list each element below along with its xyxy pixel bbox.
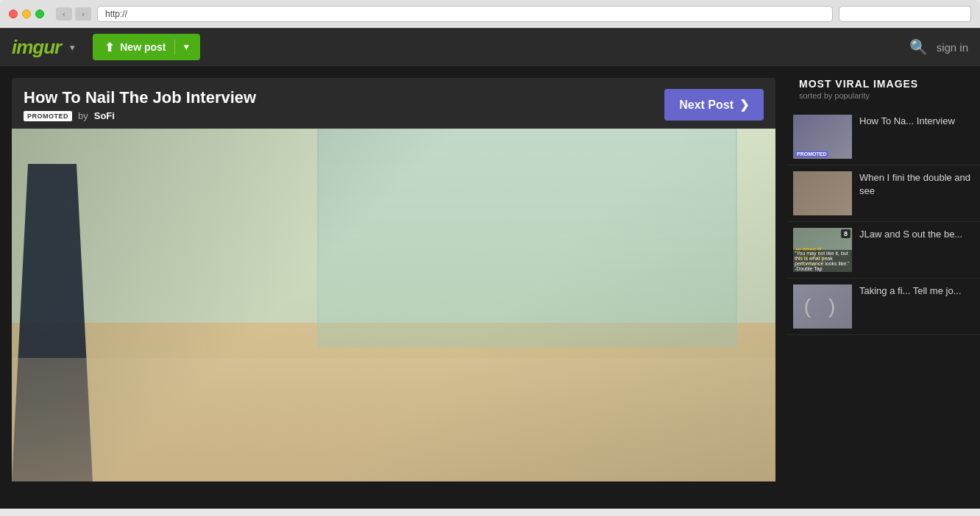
sidebar-subtitle: sorted by popularity [787,91,980,109]
post-area: How To Nail The Job Interview PROMOTED b… [0,66,787,509]
traffic-lights [9,10,44,18]
thumb-image-4: ( ) [793,284,852,329]
sidebar-item-text-1: How To Na... Interview [859,115,974,128]
logo-dropdown-icon[interactable]: ▾ [70,42,75,53]
search-icon[interactable]: 🔍 [909,38,928,56]
post-title: How To Nail The Job Interview [24,88,256,107]
sign-in-button[interactable]: sign in [937,41,968,54]
sidebar-item-text-4: Taking a fi... Tell me jo... [859,284,974,298]
next-post-button[interactable]: Next Post ❯ [664,89,764,121]
maximize-button[interactable] [35,10,44,18]
thumb-caption-3: "You may not like it, but this is what p… [793,250,852,272]
back-button[interactable]: ‹ [56,7,72,21]
minimize-button[interactable] [22,10,31,18]
button-divider [174,40,175,54]
post-header: How To Nail The Job Interview PROMOTED b… [12,78,775,129]
forward-button[interactable]: › [75,7,91,21]
main-content: How To Nail The Job Interview PROMOTED b… [0,66,980,509]
browser-search[interactable] [839,6,971,22]
sidebar-thumb-4: ( ) [793,284,852,329]
sidebar-thumb-3: w does iteing in theast Marve... "You ma… [793,228,852,272]
url-text: http:// [105,9,127,19]
sidebar-title: MOST VIRAL IMAGES [787,78,980,91]
thumb-badge-3: 8 [841,229,851,238]
upload-icon: ⬆ [104,40,114,54]
thumb-symbol-4: ( ) [804,295,841,318]
sidebar-item-1[interactable]: PROMOTED How To Na... Interview [787,109,980,165]
sidebar-item-text-3: JLaw and S out the be... [859,228,974,241]
logo-text: imgur [12,36,61,58]
post-title-area: How To Nail The Job Interview PROMOTED b… [24,88,256,121]
promoted-badge: PROMOTED [24,111,72,121]
new-post-dropdown-icon: ▾ [184,42,188,52]
right-sidebar: MOST VIRAL IMAGES sorted by popularity P… [787,66,980,509]
next-post-arrow: ❯ [739,98,749,112]
author-name: SoFi [94,110,115,121]
post-image [12,129,775,481]
sidebar-thumb-2 [793,171,852,215]
sidebar-item-3[interactable]: w does iteing in theast Marve... "You ma… [787,222,980,279]
sidebar-thumb-1: PROMOTED [793,115,852,159]
new-post-label: New post [120,41,166,53]
thumb-promoted-badge-1: PROMOTED [795,151,828,157]
sidebar-item-text-2: When I fini the double and see [859,171,974,198]
window-chrome: ‹ › http:// [0,0,980,28]
new-post-button[interactable]: ⬆ New post ▾ [93,34,200,60]
title-bar: ‹ › http:// [0,6,980,28]
next-post-label: Next Post [679,98,734,112]
scene-overlay [12,129,775,481]
imgur-navbar: imgur ▾ ⬆ New post ▾ 🔍 sign in [0,28,980,66]
sidebar-item-4[interactable]: ( ) Taking a fi... Tell me jo... [787,279,980,335]
close-button[interactable] [9,10,18,18]
by-text: by [78,110,88,121]
imgur-logo[interactable]: imgur [12,36,61,59]
thumb-image-2 [793,171,852,215]
browser-nav-buttons: ‹ › [56,7,91,21]
url-bar[interactable]: http:// [97,6,833,22]
post-image-container [12,129,775,481]
post-meta: PROMOTED by SoFi [24,110,256,121]
sidebar-item-2[interactable]: When I fini the double and see [787,165,980,222]
